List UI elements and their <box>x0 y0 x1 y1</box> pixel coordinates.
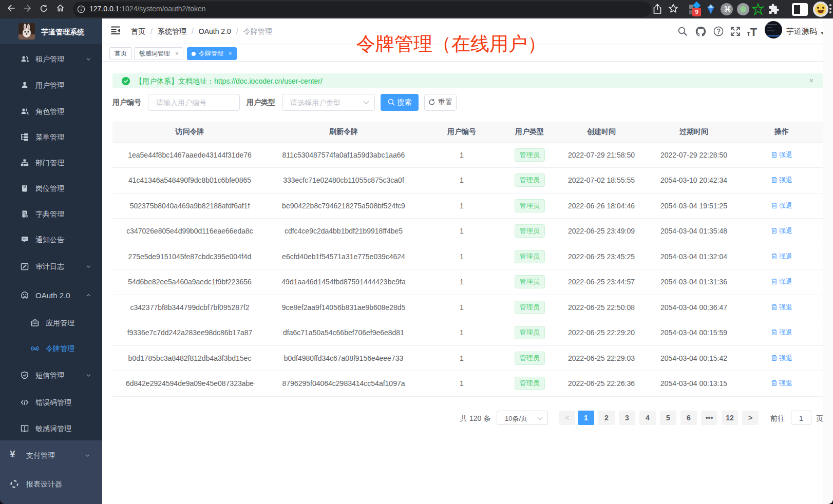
svg-text:A: A <box>33 346 36 351</box>
